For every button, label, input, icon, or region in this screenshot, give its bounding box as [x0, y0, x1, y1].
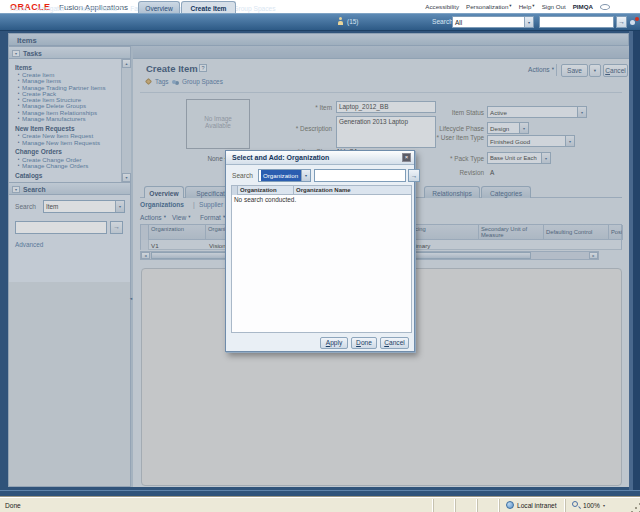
menu-home[interactable]: Home [10, 5, 28, 12]
help-menu[interactable]: Help▾ [519, 3, 535, 10]
dialog-title: Select and Add: Organization [226, 151, 414, 165]
notifications-person-icon[interactable] [337, 17, 344, 26]
dialog-col-organization-name[interactable]: Organization Name [294, 186, 412, 195]
sign-out-link[interactable]: Sign Out [542, 3, 566, 10]
dialog-search-scope-select[interactable]: Organization ▾ [258, 169, 311, 182]
tab-create-item[interactable]: Create Item [181, 1, 236, 13]
done-button[interactable]: Done [351, 337, 377, 349]
zone-globe-icon [506, 501, 514, 509]
dialog-table-header: Organization Organization Name [231, 185, 412, 195]
top-links: Accessibility Personalization▾ Help▾ Sig… [425, 3, 610, 10]
global-search-go-button[interactable]: → [616, 16, 627, 28]
status-text: Done [5, 502, 21, 509]
dialog-results-area: No search conducted. [231, 195, 412, 333]
dialog-search-label: Search [232, 172, 253, 179]
chevron-down-icon: ▾ [119, 6, 121, 11]
chevron-down-icon: ▾ [301, 170, 310, 181]
chevron-down-icon: ▾ [524, 17, 533, 27]
global-search-label: Search [432, 18, 453, 25]
dialog-col-organization[interactable]: Organization [238, 186, 294, 195]
accessibility-link[interactable]: Accessibility [425, 3, 459, 10]
chevron-down-icon: ▾ [67, 6, 69, 11]
saved-search-icon[interactable] [630, 17, 639, 26]
browser-zoom-level[interactable]: 100% [583, 502, 600, 509]
personalization-menu[interactable]: Personalization▾ [466, 3, 512, 10]
chevron-down-icon: ▾ [509, 4, 511, 9]
zoom-dropdown-icon[interactable]: ▾ [603, 504, 605, 508]
dialog-cancel-button[interactable]: Cancel [380, 337, 409, 349]
menu-group-spaces[interactable]: Group Spaces [233, 5, 275, 12]
tab-overview[interactable]: Overview [138, 1, 180, 13]
empty-results-message: No search conducted. [234, 196, 296, 203]
close-icon[interactable]: × [402, 153, 411, 162]
window-frame-right-strip [629, 31, 633, 490]
dialog-search-go-button[interactable]: → [408, 169, 420, 182]
oracle-ring-icon [600, 4, 610, 10]
app-window: ORACLE Fusion Applications Accessibility… [0, 0, 640, 512]
global-search-input[interactable] [539, 16, 614, 28]
select-and-add-organization-dialog: Select and Add: Organization × Search Or… [225, 150, 415, 352]
chevron-down-icon: ▾ [532, 4, 534, 9]
resize-grip[interactable] [635, 507, 637, 509]
security-zone: Local intranet [517, 502, 557, 509]
window-frame-bottom-line [0, 490, 640, 491]
zoom-magnifier-icon [572, 501, 578, 507]
dialog-search-input[interactable] [314, 169, 406, 182]
browser-status-bar: Done Local intranet 100% ▾ [0, 497, 640, 512]
global-search-scope-select[interactable]: All ▾ [452, 16, 534, 28]
window-frame-right [633, 31, 640, 490]
notification-count[interactable]: (15) [347, 18, 358, 25]
user-name: PIMQA [573, 3, 593, 10]
menu-navigator[interactable]: Navigator▾ [37, 5, 70, 12]
apply-button[interactable]: Apply [320, 337, 348, 349]
menu-recent-items[interactable]: Recent Items▾ [78, 5, 121, 12]
